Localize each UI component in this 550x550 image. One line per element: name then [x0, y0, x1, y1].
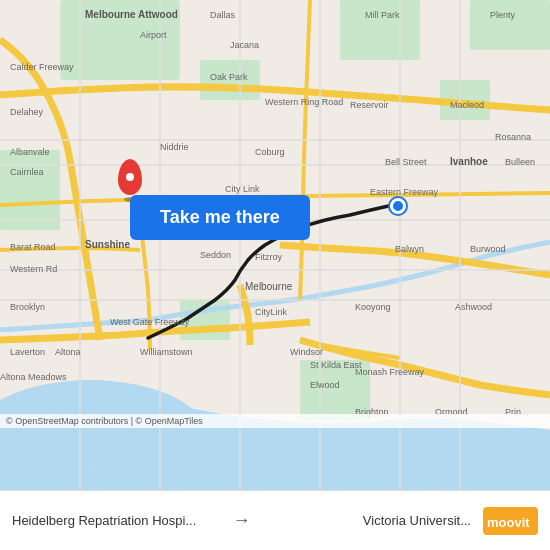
svg-text:CityLink: CityLink [255, 307, 288, 317]
svg-text:Bell Street: Bell Street [385, 157, 427, 167]
svg-text:Albanvale: Albanvale [10, 147, 50, 157]
svg-text:Burwood: Burwood [470, 244, 506, 254]
svg-text:Cairnlea: Cairnlea [10, 167, 44, 177]
svg-text:Coburg: Coburg [255, 147, 285, 157]
svg-text:Macleod: Macleod [450, 100, 484, 110]
svg-text:Ivanhoe: Ivanhoe [450, 156, 488, 167]
take-me-there-button[interactable]: Take me there [130, 195, 310, 240]
svg-text:Brooklyn: Brooklyn [10, 302, 45, 312]
svg-text:Rosanna: Rosanna [495, 132, 531, 142]
svg-text:Bulleen: Bulleen [505, 157, 535, 167]
svg-rect-6 [470, 0, 550, 50]
svg-text:Dallas: Dallas [210, 10, 236, 20]
svg-text:Calder Freeway: Calder Freeway [10, 62, 74, 72]
svg-text:Eastern Freeway: Eastern Freeway [370, 187, 439, 197]
route-from-label: Heidelberg Repatriation Hospi... [12, 513, 223, 528]
svg-text:Balwyn: Balwyn [395, 244, 424, 254]
svg-text:Kooyong: Kooyong [355, 302, 391, 312]
arrow-icon: → [223, 510, 261, 531]
svg-text:Elwood: Elwood [310, 380, 340, 390]
moovit-logo: moovit [483, 507, 538, 535]
svg-text:Jacana: Jacana [230, 40, 259, 50]
svg-text:Melbourne: Melbourne [245, 281, 293, 292]
svg-text:Western Rd: Western Rd [10, 264, 57, 274]
svg-text:Seddon: Seddon [200, 250, 231, 260]
svg-text:Delahey: Delahey [10, 107, 44, 117]
svg-text:City Link: City Link [225, 184, 260, 194]
svg-text:Western Ring Road: Western Ring Road [265, 97, 343, 107]
svg-text:Oak Park: Oak Park [210, 72, 248, 82]
origin-marker [390, 198, 406, 214]
svg-text:Williamstown: Williamstown [140, 347, 193, 357]
svg-text:Fitzroy: Fitzroy [255, 252, 283, 262]
route-to-label: Victoria Universit... [261, 513, 472, 528]
svg-text:Plenty: Plenty [490, 10, 516, 20]
svg-text:Airport: Airport [140, 30, 167, 40]
svg-text:Altona Meadows: Altona Meadows [0, 372, 67, 382]
svg-text:Windsor: Windsor [290, 347, 323, 357]
svg-text:Niddrie: Niddrie [160, 142, 189, 152]
map-attribution: © OpenStreetMap contributors | © OpenMap… [0, 414, 550, 428]
svg-text:Barat Road: Barat Road [10, 242, 56, 252]
svg-text:Sunshine: Sunshine [85, 239, 130, 250]
svg-text:Ashwood: Ashwood [455, 302, 492, 312]
svg-text:Mill Park: Mill Park [365, 10, 400, 20]
map-container: Melbourne Attwood Airport Dallas Jacana … [0, 0, 550, 490]
bottom-bar: Heidelberg Repatriation Hospi... → Victo… [0, 490, 550, 550]
svg-text:moovit: moovit [487, 515, 530, 530]
svg-text:Melbourne Attwood: Melbourne Attwood [85, 9, 178, 20]
svg-text:West Gate Freeway: West Gate Freeway [110, 317, 190, 327]
moovit-logo-svg: moovit [483, 507, 538, 535]
svg-rect-5 [340, 0, 420, 60]
svg-text:Altona: Altona [55, 347, 81, 357]
svg-text:Laverton: Laverton [10, 347, 45, 357]
svg-text:Monash Freeway: Monash Freeway [355, 367, 425, 377]
svg-text:Reservoir: Reservoir [350, 100, 389, 110]
svg-rect-3 [0, 150, 60, 230]
